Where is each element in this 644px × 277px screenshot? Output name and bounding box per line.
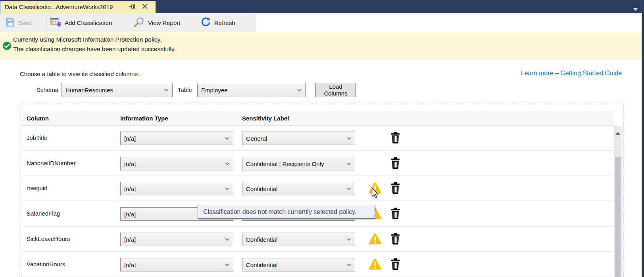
header-column: Column — [27, 111, 49, 126]
window-edge-strip — [642, 0, 644, 277]
table-dropdown[interactable]: Employee — [197, 83, 306, 97]
view-report-button[interactable]: View Report — [133, 14, 180, 32]
mouse-cursor — [371, 188, 380, 201]
sensitivity-label-dropdown[interactable]: Confidential — [242, 258, 355, 271]
sensitivity-label-dropdown-value: Confidential | Recipients Only — [246, 160, 324, 167]
delete-classification-button[interactable] — [391, 182, 400, 194]
information-type-dropdown[interactable]: [n/a] — [120, 182, 233, 195]
delete-classification-button[interactable] — [391, 132, 400, 143]
status-banner-text: Currently using Microsoft Information Pr… — [13, 35, 176, 53]
toolbar: Save Add Classification — [0, 14, 644, 32]
delete-classification-button[interactable] — [391, 233, 400, 245]
information-type-dropdown[interactable]: [n/a] — [120, 258, 233, 271]
schema-label: Schema — [37, 83, 58, 97]
sensitivity-label-dropdown-value: Confidential — [246, 236, 277, 243]
magnifier-icon — [133, 17, 144, 29]
add-classification-label: Add Classification — [65, 19, 112, 26]
save-label: Save — [18, 19, 32, 26]
policy-mismatch-warning-icon[interactable] — [368, 258, 382, 270]
table-row: VacationHours[n/a]Confidential — [22, 252, 614, 277]
header-sensitivity-label: Sensitivity Label — [242, 111, 289, 126]
classification-grid: JobTitle[n/a]GeneralNationalIDNumber[n/a… — [22, 104, 623, 277]
close-icon[interactable] — [142, 4, 148, 9]
policy-mismatch-warning-icon[interactable] — [368, 233, 382, 245]
scrollbar-thumb[interactable] — [615, 157, 621, 277]
sensitivity-label-dropdown[interactable]: Confidential | Recipients Only — [242, 157, 355, 170]
table-row: JobTitle[n/a]General — [22, 126, 614, 151]
add-classification-icon — [50, 17, 61, 29]
information-type-dropdown[interactable]: [n/a] — [120, 157, 233, 170]
chooser-label: Choose a table to view its classified co… — [20, 71, 139, 77]
load-columns-button[interactable]: Load Columns — [315, 83, 356, 97]
information-type-dropdown-value: [n/a] — [124, 262, 136, 268]
schema-dropdown[interactable]: HumanResources — [62, 83, 173, 97]
column-name: rowguid — [27, 176, 48, 201]
schema-dropdown-value: HumanResources — [65, 87, 113, 94]
table-dropdown-value: Employee — [201, 87, 228, 94]
information-type-dropdown-value: [n/a] — [124, 211, 136, 218]
policy-mismatch-tooltip: Classification does not match currently … — [198, 205, 375, 219]
status-line-2: The classification changes have been upd… — [13, 44, 176, 54]
column-name: JobTitle — [27, 126, 47, 150]
header-information-type: Information Type — [120, 111, 168, 126]
table-row: SickLeaveHours[n/a]Confidential — [22, 227, 614, 252]
refresh-button[interactable]: Refresh — [200, 14, 235, 32]
table-row: NationalIDNumber[n/a]Confidential | Reci… — [22, 151, 614, 176]
table-label: Table — [178, 83, 192, 97]
save-icon — [6, 18, 15, 28]
vertical-scrollbar[interactable] — [614, 126, 622, 277]
sensitivity-label-dropdown-value: General — [246, 135, 267, 142]
grid-header: Column Information Type Sensitivity Labe… — [22, 111, 614, 126]
column-name: NationalIDNumber — [27, 151, 75, 176]
document-list-chevron-down-icon[interactable] — [633, 6, 638, 9]
refresh-icon — [200, 17, 211, 29]
add-classification-button[interactable]: Add Classification — [50, 14, 112, 32]
information-type-dropdown-value: [n/a] — [124, 160, 136, 167]
information-type-dropdown[interactable]: [n/a] — [120, 233, 233, 246]
pin-icon[interactable] — [129, 4, 135, 10]
delete-classification-button[interactable] — [391, 258, 400, 270]
delete-classification-button[interactable] — [391, 208, 400, 219]
delete-classification-button[interactable] — [391, 157, 400, 169]
sensitivity-label-dropdown-value: Confidential — [246, 185, 277, 192]
sensitivity-label-dropdown[interactable]: Confidential — [242, 233, 355, 246]
information-type-dropdown[interactable]: [n/a] — [120, 132, 233, 145]
scroll-up-icon[interactable] — [615, 129, 620, 132]
success-check-icon — [2, 41, 12, 50]
column-name: SickLeaveHours — [27, 227, 70, 251]
sensitivity-label-dropdown[interactable]: General — [242, 132, 355, 145]
table-row: rowguid[n/a]Confidential — [22, 176, 614, 201]
information-type-dropdown-value: [n/a] — [124, 236, 136, 243]
sensitivity-label-dropdown-value: Confidential — [246, 262, 277, 268]
information-type-dropdown-value: [n/a] — [124, 135, 136, 142]
column-name: SalariedFlag — [27, 201, 60, 226]
learn-more-link[interactable]: Learn more – Getting Started Guide — [521, 70, 622, 77]
column-name: VacationHours — [27, 252, 65, 277]
status-line-1: Currently using Microsoft Information Pr… — [13, 35, 176, 44]
view-report-label: View Report — [148, 19, 180, 26]
sensitivity-label-dropdown[interactable]: Confidential — [242, 182, 355, 195]
grid-rows: JobTitle[n/a]GeneralNationalIDNumber[n/a… — [22, 104, 614, 277]
information-type-dropdown-value: [n/a] — [124, 185, 136, 192]
refresh-label: Refresh — [214, 19, 235, 26]
toolbar-separator — [46, 16, 47, 30]
save-button[interactable]: Save — [6, 14, 32, 32]
tab-title: Data Classificatio...AdventureWorks2019 — [0, 4, 113, 10]
